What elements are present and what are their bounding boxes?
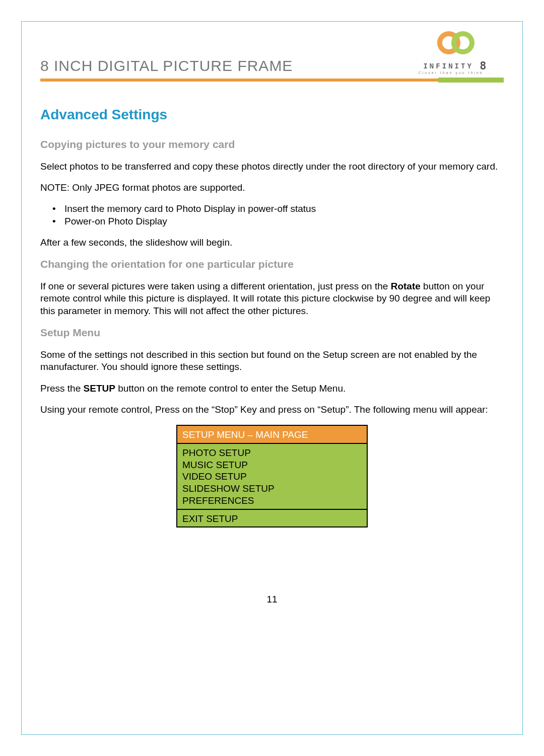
page-number: 11 — [0, 594, 544, 605]
logo-brand-text: INFINITY 8 — [408, 58, 504, 71]
para-setup-1: Some of the settings not described in th… — [40, 349, 504, 373]
section-title: Advanced Settings — [40, 106, 504, 124]
text: Press the — [40, 383, 84, 394]
para-setup-3: Using your remote control, Press on the … — [40, 404, 504, 416]
page-header: INFINITY 8 Closer than you think ... 8 I… — [40, 30, 504, 83]
text-bold-setup: SETUP — [84, 383, 115, 394]
text-bold-rotate: Rotate — [391, 281, 421, 291]
heading-orientation: Changing the orientation for one particu… — [40, 258, 504, 271]
setup-menu-table: SETUP MENU – MAIN PAGE PHOTO SETUP MUSIC… — [176, 425, 368, 527]
para-setup-2: Press the SETUP button on the remote con… — [40, 383, 504, 395]
page-content: Advanced Settings Copying pictures to yo… — [40, 101, 504, 527]
list-item: Power-on Photo Display — [52, 215, 504, 228]
menu-item: PHOTO SETUP — [182, 447, 362, 459]
brand-logo: INFINITY 8 Closer than you think ... — [408, 30, 504, 74]
menu-item: SLIDESHOW SETUP — [182, 483, 362, 495]
heading-copying: Copying pictures to your memory card — [40, 138, 504, 152]
para-orientation: If one or several pictures were taken us… — [40, 280, 504, 317]
menu-header-cell: SETUP MENU – MAIN PAGE — [177, 425, 367, 443]
logo-brand-suffix: 8 — [480, 59, 488, 72]
para-copy-1: Select photos to be transferred and copy… — [40, 161, 504, 173]
list-item: Insert the memory card to Photo Display … — [52, 203, 504, 215]
text: If one or several pictures were taken us… — [40, 281, 391, 291]
header-rule — [40, 78, 504, 83]
menu-item: VIDEO SETUP — [182, 471, 362, 483]
text: button on the remote control to enter th… — [115, 383, 346, 394]
para-copy-note: NOTE: Only JPEG format photos are suppor… — [40, 182, 504, 194]
logo-tagline: Closer than you think ... — [408, 71, 504, 74]
logo-brand: INFINITY — [423, 62, 473, 70]
heading-setup-menu: Setup Menu — [40, 326, 504, 340]
menu-item: MUSIC SETUP — [182, 459, 362, 471]
header-rule-orange — [40, 79, 438, 82]
menu-items-cell: PHOTO SETUP MUSIC SETUP VIDEO SETUP SLID… — [177, 443, 367, 509]
header-rule-green — [438, 78, 504, 83]
menu-item: PREFERENCES — [182, 495, 362, 507]
menu-exit-cell: EXIT SETUP — [177, 509, 367, 527]
para-copy-2: After a few seconds, the slideshow will … — [40, 237, 504, 249]
logo-rings-icon — [408, 30, 504, 57]
copy-bullet-list: Insert the memory card to Photo Display … — [52, 203, 504, 228]
